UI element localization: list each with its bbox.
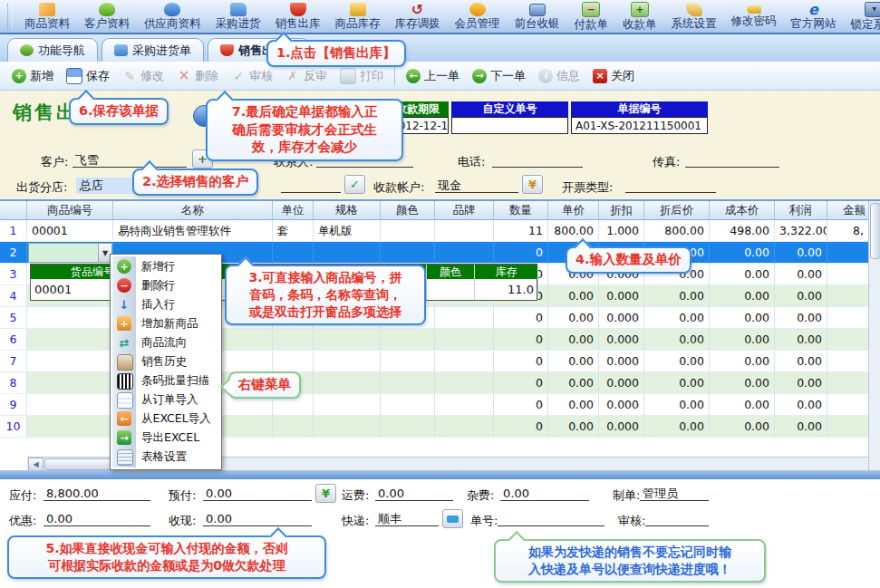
topbar-item-official-site[interactable]: e官方网站 — [784, 0, 844, 33]
grid-cell[interactable]: 0.00 — [710, 351, 775, 372]
unaudit-button[interactable]: ✗反审 — [279, 65, 334, 87]
grid-cell[interactable] — [273, 351, 314, 372]
grid-cell[interactable]: 0.00 — [644, 394, 710, 416]
info-button[interactable]: i信息 — [532, 65, 586, 87]
grid-cell[interactable]: 0.00 — [548, 285, 599, 307]
grid-cell[interactable]: 0 — [494, 394, 548, 416]
grid-cell[interactable]: 0.00 — [644, 351, 710, 372]
topbar-item-change-password[interactable]: 修改密码 — [724, 0, 784, 33]
row-number-cell[interactable]: 10 — [0, 416, 27, 438]
payable-field[interactable]: 8,800.00 — [44, 486, 150, 501]
tab-truck[interactable]: 采购进货单 — [102, 38, 204, 62]
grid-cell[interactable] — [273, 242, 314, 264]
scroll-left-arrow-icon[interactable]: ◀ — [28, 458, 44, 471]
account-picker-button[interactable]: ¥ — [522, 175, 543, 194]
grid-cell[interactable] — [27, 416, 113, 438]
cash-money-button[interactable]: ¥ — [315, 484, 336, 503]
grid-cell[interactable]: 0.00 — [548, 372, 599, 394]
row-number-cell[interactable]: 2 — [0, 242, 27, 264]
grid-cell[interactable] — [381, 220, 435, 242]
grid-cell[interactable]: 0.00 — [775, 351, 827, 372]
delete-button[interactable]: ×删除 — [170, 65, 225, 87]
print-button[interactable]: 打印 — [334, 65, 390, 87]
menu-item-new-product[interactable]: +增加新商品 — [111, 314, 221, 333]
grid-cell[interactable]: 0.00 — [710, 372, 775, 394]
grid-cell[interactable] — [273, 329, 314, 351]
grid-cell[interactable]: 0 — [494, 329, 548, 351]
grid-cell[interactable] — [435, 242, 494, 264]
grid-cell[interactable]: 0.00 — [548, 329, 599, 351]
grid-cell[interactable] — [381, 416, 435, 438]
grid-cell[interactable]: 套 — [273, 220, 314, 242]
grid-cell[interactable] — [435, 351, 494, 372]
fax-field[interactable] — [685, 152, 779, 168]
menu-item-import-excel[interactable]: ←从EXCEL导入 — [111, 410, 221, 429]
grid-cell[interactable]: 0.00 — [710, 416, 775, 438]
lookup-stock-cell[interactable]: 11.0 — [475, 279, 538, 300]
prepay-field[interactable]: 0.00 — [203, 486, 312, 501]
grid-cell[interactable] — [435, 307, 494, 329]
topbar-item-purchase-in[interactable]: 采购进货 — [208, 0, 268, 33]
menu-item-table-settings[interactable]: 表格设置 — [111, 448, 221, 467]
grid-cell[interactable]: 0.00 — [710, 242, 775, 264]
grid-cell[interactable] — [27, 372, 113, 394]
grid-cell[interactable] — [827, 416, 868, 438]
row-number-cell[interactable]: 4 — [0, 285, 27, 307]
save-button[interactable]: 保存 — [60, 65, 116, 87]
grid-cell[interactable]: 8, — [827, 220, 868, 242]
grid-cell[interactable]: 0.00 — [644, 307, 710, 329]
grid-cell[interactable]: 800.00 — [644, 220, 710, 242]
topbar-item-payment-bill[interactable]: −付款单 — [567, 0, 616, 33]
grid-cell[interactable]: 498.00 — [710, 220, 775, 242]
grid-cell[interactable] — [27, 329, 113, 351]
menu-item-import-order[interactable]: 从订单导入 — [111, 390, 221, 410]
add-button[interactable]: +新增 — [5, 65, 60, 87]
topbar-item-sales-out[interactable]: 销售出库 — [268, 0, 328, 33]
grid-cell[interactable]: 0.000 — [599, 394, 644, 416]
grid-cell[interactable] — [827, 351, 868, 372]
grid-cell[interactable]: 00001 — [27, 220, 113, 242]
vscrollbar-thumb[interactable] — [870, 203, 880, 259]
grid-cell[interactable] — [381, 372, 435, 394]
express-field[interactable]: 顺丰 — [375, 511, 439, 526]
grid-cell[interactable]: 800.00 — [548, 220, 599, 242]
grid-cell[interactable]: 0.00 — [710, 307, 775, 329]
menu-item-barcode-scan[interactable]: 条码批量扫描 — [111, 371, 221, 390]
tracking-no-field[interactable] — [498, 511, 604, 526]
topbar-item-supplier-info[interactable]: 供应商资料 — [137, 0, 208, 33]
grid-cell[interactable] — [27, 394, 113, 416]
grid-cell[interactable] — [827, 242, 868, 264]
grid-cell[interactable]: 0.00 — [775, 264, 827, 285]
edit-button[interactable]: ✎修改 — [116, 65, 170, 87]
grid-cell[interactable] — [314, 351, 381, 372]
menu-item-sales-history[interactable]: 销售历史 — [111, 352, 221, 371]
grid-cell[interactable]: 0.00 — [644, 416, 710, 438]
grid-cell[interactable] — [381, 351, 435, 372]
row-number-cell[interactable]: 6 — [0, 329, 27, 351]
custom-no-field[interactable] — [451, 117, 568, 134]
close-button[interactable]: ×关闭 — [586, 65, 641, 87]
topbar-item-receipt-bill[interactable]: +收款单 — [615, 0, 664, 33]
grid-cell[interactable] — [27, 307, 113, 329]
grid-cell[interactable] — [827, 264, 868, 285]
grid-cell[interactable]: 0 — [494, 372, 548, 394]
express-button[interactable] — [442, 509, 463, 528]
grid-cell[interactable] — [435, 394, 494, 416]
grid-cell[interactable]: 0 — [494, 416, 548, 438]
invoice-type-field[interactable] — [625, 178, 716, 193]
grid-cell[interactable] — [381, 394, 435, 416]
grid-cell[interactable]: 3,322.00 — [775, 220, 827, 242]
grid-cell[interactable]: 0.00 — [710, 394, 775, 416]
topbar-item-member-mgmt[interactable]: 会员管理 — [448, 0, 508, 33]
grid-cell[interactable]: 0 — [494, 307, 548, 329]
grid-cell[interactable] — [273, 416, 314, 438]
account-field[interactable]: 现金 — [435, 178, 518, 193]
grid-cell[interactable]: 0.00 — [548, 394, 599, 416]
grid-cell[interactable] — [314, 329, 381, 351]
topbar-item-product-info[interactable]: 商品资料 — [17, 0, 77, 33]
grid-cell[interactable] — [827, 394, 868, 416]
row-number-cell[interactable]: 3 — [0, 264, 27, 285]
menu-item-export-excel[interactable]: →导出EXCEL — [111, 429, 221, 448]
salesperson-field[interactable] — [281, 178, 341, 193]
menu-item-add-row[interactable]: +新增行 — [111, 257, 221, 276]
